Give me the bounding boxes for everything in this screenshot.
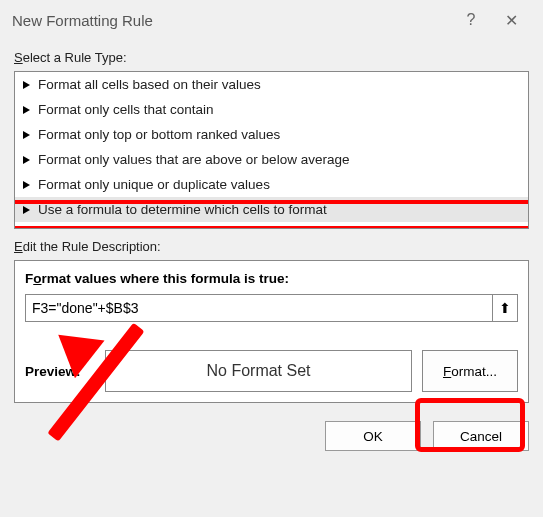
range-selector-button[interactable]: ⬆: [492, 294, 518, 322]
dialog-button-row: OK Cancel: [14, 421, 529, 451]
formula-row: ⬆: [25, 294, 518, 322]
close-button[interactable]: ✕: [491, 11, 531, 30]
rule-item-top-bottom[interactable]: Format only top or bottom ranked values: [15, 122, 528, 147]
bullet-icon: [23, 81, 30, 89]
dialog-content: Select a Rule Type: Format all cells bas…: [0, 40, 543, 465]
rule-item-label: Format only values that are above or bel…: [38, 152, 349, 167]
edit-desc-label: Edit the Rule Description:: [14, 239, 529, 254]
rule-item-cells-contain[interactable]: Format only cells that contain: [15, 97, 528, 122]
titlebar: New Formatting Rule ? ✕: [0, 0, 543, 40]
preview-row: Preview: No Format Set Format...: [25, 350, 518, 392]
bullet-icon: [23, 106, 30, 114]
rule-item-label: Use a formula to determine which cells t…: [38, 202, 327, 217]
bullet-icon: [23, 131, 30, 139]
ok-button[interactable]: OK: [325, 421, 421, 451]
rule-item-unique-dup[interactable]: Format only unique or duplicate values: [15, 172, 528, 197]
cancel-button[interactable]: Cancel: [433, 421, 529, 451]
formula-heading: Format values where this formula is true…: [25, 271, 518, 286]
bullet-icon: [23, 156, 30, 164]
rule-item-label: Format only top or bottom ranked values: [38, 127, 280, 142]
rule-item-label: Format all cells based on their values: [38, 77, 261, 92]
format-button[interactable]: Format...: [422, 350, 518, 392]
preview-label: Preview:: [25, 364, 95, 379]
rule-item-label: Format only cells that contain: [38, 102, 214, 117]
dialog-title: New Formatting Rule: [12, 12, 451, 29]
preview-box: No Format Set: [105, 350, 412, 392]
rule-description-box: Format values where this formula is true…: [14, 260, 529, 403]
bullet-icon: [23, 181, 30, 189]
rule-item-label: Format only unique or duplicate values: [38, 177, 270, 192]
formula-input[interactable]: [25, 294, 492, 322]
rule-type-list[interactable]: Format all cells based on their values F…: [14, 71, 529, 229]
rule-item-all-cells[interactable]: Format all cells based on their values: [15, 72, 528, 97]
collapse-dialog-icon: ⬆: [499, 300, 511, 316]
bullet-icon: [23, 206, 30, 214]
help-button[interactable]: ?: [451, 11, 491, 29]
rule-type-label: Select a Rule Type:: [14, 50, 529, 65]
rule-item-above-below[interactable]: Format only values that are above or bel…: [15, 147, 528, 172]
rule-item-formula[interactable]: Use a formula to determine which cells t…: [15, 197, 528, 222]
